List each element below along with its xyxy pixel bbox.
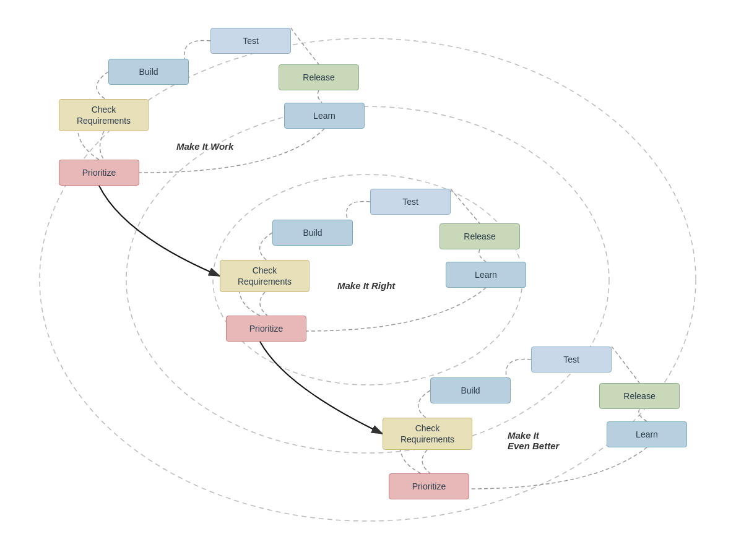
prioritize-node-2: Prioritize [226,316,306,342]
release-node-2: Release [439,223,520,249]
learn-node-1: Learn [284,103,365,129]
build-node-2: Build [272,220,353,246]
release-node-1: Release [279,64,359,90]
learn-node-3: Learn [607,421,687,447]
cycle-label-1: Make It Work [176,141,233,152]
release-node-3: Release [599,383,680,409]
learn-node-2: Learn [446,262,526,288]
test-node-1: Test [210,28,291,54]
svg-point-2 [126,106,609,453]
check-node-3: Check Requirements [383,418,472,450]
build-node-1: Build [108,59,189,85]
test-node-2: Test [370,189,451,215]
check-node-1: Check Requirements [59,99,149,131]
cycle-label-2: Make It Right [337,280,395,291]
check-node-2: Check Requirements [220,260,310,292]
cycle-label-3: Make It Even Better [508,430,559,451]
test-node-3: Test [531,347,612,373]
build-node-3: Build [430,377,511,403]
prioritize-node-3: Prioritize [389,473,469,499]
prioritize-node-1: Prioritize [59,160,139,186]
